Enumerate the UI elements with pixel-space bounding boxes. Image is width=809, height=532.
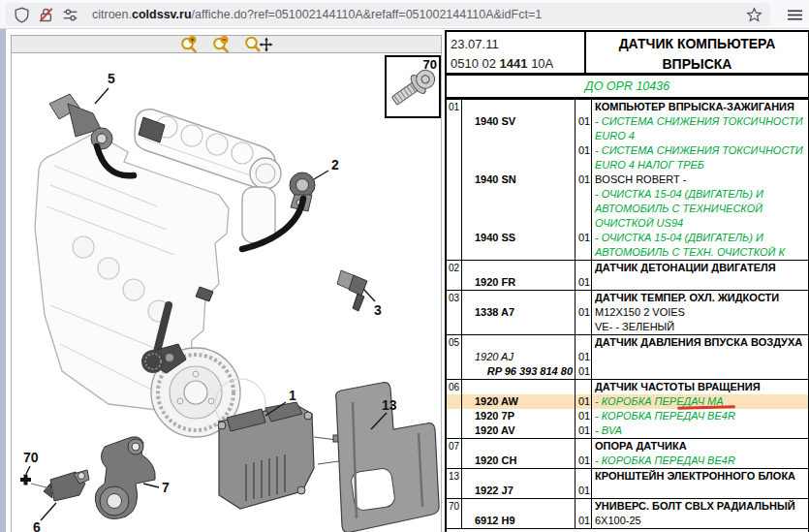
- description: - СИСТЕМА СНИЖЕНИЯ ТОКСИЧНОСТИ: [592, 143, 808, 158]
- part-number: [462, 143, 576, 158]
- row-index: [447, 187, 462, 202]
- row-index: [447, 364, 462, 379]
- svg-text:3: 3: [374, 302, 382, 318]
- quantity: [576, 100, 592, 114]
- table-row-line[interactable]: 1920 AW01- КОРОБКА ПЕРЕДАЧ MA: [447, 394, 808, 409]
- zoom-in-icon[interactable]: [180, 36, 199, 53]
- table-row-line[interactable]: 1338 A701M12X150 2 VOIES: [447, 305, 808, 320]
- table-row-line[interactable]: 1940 SN01BOSCH ROBERT -: [447, 172, 808, 187]
- table-row-line[interactable]: 13КРОНШТЕЙН ЭЛЕКТРОННОГО БЛОКА: [447, 469, 808, 484]
- table-row-line[interactable]: АВТОМОБИЛЬ С ТЕХНИЧЕСКОЙ: [447, 202, 808, 216]
- part-number: 1920 AW: [462, 394, 576, 409]
- part-number: [462, 499, 576, 514]
- table-row-line[interactable]: 02ДАТЧИК ДЕТОНАЦИИ ДВИГАТЕЛЯ: [447, 261, 808, 275]
- part-number: 1920 FR: [462, 275, 576, 290]
- row-index: [447, 216, 462, 231]
- sensor-3: [337, 270, 367, 311]
- page-title: ДАТЧИК КОМПЬЮТЕРА ВПРЫСКА: [586, 32, 808, 75]
- quantity: [576, 291, 592, 305]
- table-row-line[interactable]: 6912 H9016X100-25: [447, 514, 808, 528]
- quantity: 01: [576, 114, 592, 129]
- description: 6X100-25: [592, 514, 808, 528]
- row-index: [447, 454, 462, 468]
- description: - ОЧИСТКА 15-04 (ДВИГАТЕЛЬ) И: [592, 231, 808, 245]
- table-row-line[interactable]: RP 96 393 814 8001: [447, 364, 808, 379]
- lock-slash-icon[interactable]: [38, 7, 54, 23]
- description: АВТОМОБИЛЬ С ТЕХН. ОЧИСТКОЙ К: [592, 245, 808, 260]
- table-row-line[interactable]: 01КОМПЬЮТЕР ВПРЫСКА-ЗАЖИГАНИЯ: [447, 100, 808, 114]
- table-row-line[interactable]: VE- - ЗЕЛЕНЫЙ: [447, 320, 808, 334]
- table-row-line[interactable]: АВТОМОБИЛЬ С ТЕХН. ОЧИСТКОЙ К: [447, 245, 808, 260]
- svg-text:5: 5: [108, 71, 115, 86]
- zoom-out-icon[interactable]: [212, 36, 231, 53]
- menu-icon[interactable]: [787, 7, 803, 23]
- part-number: [462, 380, 576, 394]
- svg-text:6: 6: [33, 519, 41, 532]
- table-row-line[interactable]: 1922 J701: [447, 484, 808, 498]
- url-field[interactable]: citroen.coldssv.ru/affiche.do?ref=051002…: [6, 3, 770, 26]
- quantity: [576, 245, 592, 260]
- quantity: 01: [576, 143, 592, 158]
- table-row-line[interactable]: 05ДАТЧИК ДАВЛЕНИЯ ВПУСКА ВОЗДУХА: [447, 335, 808, 350]
- row-index: 06: [447, 380, 462, 394]
- shield-icon[interactable]: [14, 7, 30, 23]
- table-header: 23.07.11 0510 02 1441 10A ДАТЧИК КОМПЬЮТ…: [447, 32, 808, 76]
- table-row: 05ДАТЧИК ДАВЛЕНИЯ ВПУСКА ВОЗДУХА1920 AJ0…: [447, 335, 808, 380]
- table-row: 70УНИВЕРС. БОЛТ CBLX РАДИАЛЬНЫЙ6912 H901…: [447, 499, 808, 529]
- table-row-line[interactable]: ОЧИСТКОЙ US94: [447, 216, 808, 231]
- quantity: 01: [576, 231, 592, 245]
- part-number: 1920 CH: [462, 454, 576, 468]
- quantity: [576, 216, 592, 231]
- table-row: 01КОМПЬЮТЕР ВПРЫСКА-ЗАЖИГАНИЯ1940 SV01- …: [447, 100, 808, 261]
- description: VE- - ЗЕЛЕНЫЙ: [592, 320, 808, 334]
- svg-text:2: 2: [331, 157, 339, 172]
- url-text[interactable]: citroen.coldssv.ru/affiche.do?ref=051002…: [92, 8, 738, 21]
- description: ДАТЧИК ТЕМПЕР. ОХЛ. ЖИДКОСТИ: [592, 291, 808, 305]
- table-row-line[interactable]: 1920 AV01- BVA: [447, 423, 808, 438]
- part-number: 1940 SS: [462, 231, 576, 245]
- description: ДАТЧИК ДЕТОНАЦИИ ДВИГАТЕЛЯ: [592, 261, 808, 275]
- table-row-line[interactable]: 1920 7P01- КОРОБКА ПЕРЕДАЧ BE4R: [447, 409, 808, 423]
- svg-text:13: 13: [382, 397, 397, 413]
- part-number: [462, 100, 576, 114]
- row-index: [447, 350, 462, 364]
- table-row-line[interactable]: 1940 SS01- ОЧИСТКА 15-04 (ДВИГАТЕЛЬ) И: [447, 231, 808, 245]
- table-row-line[interactable]: EURO 4: [447, 129, 808, 143]
- table-row-line[interactable]: - ОЧИСТКА 15-04 (ДВИГАТЕЛЬ) И: [447, 187, 808, 202]
- callout-5: 5: [95, 71, 115, 104]
- table-row-line[interactable]: 1920 CH01- КОРОБКА ПЕРЕДАЧ BE4R: [447, 454, 808, 468]
- table-row-line[interactable]: 1920 FR01: [447, 275, 808, 290]
- description: ДАТЧИК ЧАСТОТЫ ВРАЩЕНИЯ: [592, 380, 808, 394]
- part-number: [462, 187, 576, 202]
- quantity: [576, 469, 592, 484]
- table-row-line[interactable]: 07ОПОРА ДАТЧИКА: [447, 439, 808, 454]
- row-index: [447, 245, 462, 260]
- part-number: [462, 469, 576, 484]
- description: КРОНШТЕЙН ЭЛЕКТРОННОГО БЛОКА: [592, 469, 808, 484]
- url-path: /affiche.do?ref=051002144110A&refaff=051…: [192, 8, 543, 21]
- description: EURO 4 НАЛОГ ТРЕБ: [592, 158, 808, 172]
- part-number: [462, 335, 576, 350]
- quantity: [576, 129, 592, 143]
- bracket-7: [95, 437, 155, 519]
- table-row-line[interactable]: 70УНИВЕРС. БОЛТ CBLX РАДИАЛЬНЫЙ: [447, 499, 808, 514]
- table-row-line[interactable]: 1920 AJ01: [447, 350, 808, 364]
- table-row-line[interactable]: 01- СИСТЕМА СНИЖЕНИЯ ТОКСИЧНОСТИ: [447, 143, 808, 158]
- part-number: [462, 202, 576, 216]
- svg-text:70: 70: [23, 450, 39, 465]
- table-row-line[interactable]: 06ДАТЧИК ЧАСТОТЫ ВРАЩЕНИЯ: [447, 380, 808, 394]
- date-ref-cell: 23.07.11 0510 02 1441 10A: [447, 32, 586, 75]
- permissions-icon[interactable]: [62, 7, 78, 23]
- table-row-line[interactable]: 03ДАТЧИК ТЕМПЕР. ОХЛ. ЖИДКОСТИ: [447, 291, 808, 305]
- row-index: 01: [447, 100, 462, 114]
- table-row-line[interactable]: EURO 4 НАЛОГ ТРЕБ: [447, 158, 808, 172]
- quantity: [576, 320, 592, 334]
- zoom-pan-icon[interactable]: [244, 36, 273, 53]
- row-index: [447, 423, 462, 438]
- quantity: 01: [576, 172, 592, 187]
- bookmark-star-icon[interactable]: [746, 7, 762, 23]
- table-row-line[interactable]: 1940 SV01- СИСТЕМА СНИЖЕНИЯ ТОКСИЧНОСТИ: [447, 114, 808, 129]
- description: - КОРОБКА ПЕРЕДАЧ BE4R: [592, 454, 808, 468]
- part-number: [462, 129, 576, 143]
- part-number: 1920 AV: [462, 423, 576, 438]
